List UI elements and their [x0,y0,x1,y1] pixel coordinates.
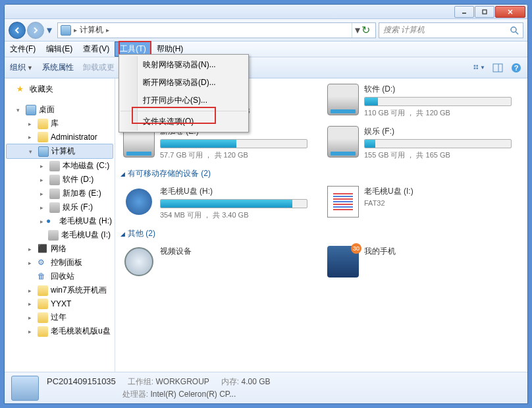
drive-item-d[interactable]: 软件 (D:) 110 GB 可用 ， 共 120 GB [327,84,512,118]
drive-item-i[interactable]: 老毛桃U盘 (I:) FAT32 [327,186,512,220]
item-name: 我的手机 [364,246,512,257]
sidebar-drive-h[interactable]: ▸●老毛桃U盘 (H:) [5,214,115,228]
tools-dropdown: 映射网络驱动器(N)... 断开网络驱动器(D)... 打开同步中心(S)...… [119,54,249,132]
forward-button[interactable] [27,22,44,39]
drive-stats: 57.7 GB 可用 ， 共 120 GB [160,150,307,160]
view-options-icon[interactable]: ▼ [473,62,485,74]
menu-disconnect-network-drive[interactable]: 断开网络驱动器(D)... [120,74,247,92]
svg-rect-1 [483,10,487,14]
svg-rect-7 [476,65,478,67]
toolbar: 组织 ▼ 系统属性 卸载或更 打开控制面板 ▼ ? [5,57,527,78]
menu-file[interactable]: 文件(F) [5,42,41,57]
drive-name: 老毛桃U盘 (H:) [160,186,307,197]
drive-filesystem: FAT32 [364,199,512,207]
breadcrumb-separator: ▸ [106,26,109,34]
other-item-video[interactable]: 视频设备 [123,246,307,277]
sidebar-folder-yyxt[interactable]: ▸YYXT [5,297,115,310]
search-input[interactable]: 搜索 计算机 [379,22,523,38]
sidebar-computer[interactable]: ▾计算机 [6,144,113,159]
drive-icon [327,84,359,115]
maximize-button[interactable] [475,6,494,18]
sidebar-administrator[interactable]: ▸Administrator [5,131,115,144]
status-cpu: Intel(R) Celeron(R) CP... [150,390,236,399]
breadcrumb-root[interactable]: 计算机 [80,24,103,36]
sidebar: ★收藏夹 ▾桌面 ▸库 ▸Administrator ▾计算机 ▸本地磁盘 (C… [5,78,115,372]
sidebar-drive-d[interactable]: ▸软件 (D:) [5,173,115,187]
sidebar-recycle-bin[interactable]: 🗑回收站 [5,270,115,283]
sidebar-network[interactable]: ▸⬛网络 [5,242,115,256]
body-area: ★收藏夹 ▾桌面 ▸库 ▸Administrator ▾计算机 ▸本地磁盘 (C… [5,78,527,372]
status-workgroup: WORKGROUP [156,377,209,386]
section-other[interactable]: ◢其他 (2) [120,228,519,239]
search-icon [510,26,519,35]
nav-history-dropdown[interactable]: ▾ [47,24,55,36]
computer-large-icon [11,376,39,401]
drive-name: 娱乐 (F:) [364,126,512,137]
address-bar[interactable]: ▸ 计算机 ▸ ▾ ↻ [57,22,376,38]
search-placeholder: 搜索 计算机 [383,24,425,36]
menu-folder-options[interactable]: 文件夹选项(O)... [120,113,247,131]
help-icon[interactable]: ? [510,62,522,74]
back-button[interactable] [9,22,26,39]
drive-item-f[interactable]: 娱乐 (F:) 155 GB 可用 ， 共 165 GB [327,126,512,160]
menu-view[interactable]: 查看(V) [78,42,115,57]
drive-stats: 155 GB 可用 ， 共 165 GB [364,150,512,160]
sidebar-drive-e[interactable]: ▸新加卷 (E:) [5,187,115,200]
status-computer-name: PC201409151035 [47,376,116,388]
sidebar-folder-win7[interactable]: ▸win7系统开机画 [5,283,115,297]
section-removable[interactable]: ◢有可移动存储的设备 (2) [120,168,519,179]
sidebar-control-panel[interactable]: ▸⚙控制面板 [5,256,115,270]
camera-icon [123,246,155,277]
svg-rect-8 [474,67,476,69]
sidebar-drive-f[interactable]: ▸娱乐 (F:) [5,200,115,214]
sidebar-folder-lastyear[interactable]: ▸过年 [5,310,115,324]
drive-name: 老毛桃U盘 (I:) [364,186,512,197]
drive-stats: 110 GB 可用 ， 共 120 GB [364,108,512,118]
menu-open-sync-center[interactable]: 打开同步中心(S)... [120,92,247,111]
titlebar [5,5,527,19]
sidebar-libraries[interactable]: ▸库 [5,117,115,131]
status-memory: 4.00 GB [242,377,271,386]
drive-item-h[interactable]: 老毛桃U盘 (H:) 354 MB 可用 ， 共 3.40 GB [123,186,307,220]
statusbar: PC201409151035 工作组: WORKGROUP 内存: 4.00 G… [5,372,527,403]
close-button[interactable] [495,6,525,18]
sidebar-folder-lmt[interactable]: ▸老毛桃装机版u盘 [5,324,115,338]
other-item-phone[interactable]: 我的手机 [327,246,512,277]
drive-stats: 354 MB 可用 ， 共 3.40 GB [160,210,307,220]
sidebar-desktop[interactable]: ▾桌面 [5,103,115,117]
sidebar-favorites[interactable]: ★收藏夹 [5,82,115,96]
preview-pane-icon[interactable] [492,62,504,74]
sidebar-drive-c[interactable]: ▸本地磁盘 (C:) [5,159,115,173]
usb-icon [123,186,155,218]
toolbar-uninstall[interactable]: 卸载或更 [83,62,115,73]
minimize-button[interactable] [454,6,474,18]
sidebar-drive-i[interactable]: 老毛桃U盘 (I:) [5,228,115,242]
toolbar-organize[interactable]: 组织 ▼ [10,62,33,73]
svg-line-5 [516,32,518,34]
menubar: 文件(F) 编辑(E) 查看(V) 工具(T) 帮助(H) [5,42,527,57]
explorer-window: ▾ ▸ 计算机 ▸ ▾ ↻ 搜索 计算机 文件(F) 编辑(E) 查看(V) 工… [4,4,528,404]
menu-edit[interactable]: 编辑(E) [41,42,78,57]
item-name: 视频设备 [160,246,307,257]
phone-icon [327,246,359,277]
svg-rect-10 [493,64,502,72]
svg-point-4 [511,27,516,32]
menu-map-network-drive[interactable]: 映射网络驱动器(N)... [120,56,247,74]
svg-text:?: ? [514,64,519,72]
svg-rect-9 [476,67,478,69]
navbar: ▾ ▸ 计算机 ▸ ▾ ↻ 搜索 计算机 [5,19,527,42]
refresh-icon[interactable]: ↻ [361,24,370,36]
breadcrumb-separator: ▸ [74,26,77,34]
svg-rect-6 [474,65,476,67]
document-icon [327,186,359,218]
toolbar-system-properties[interactable]: 系统属性 [42,62,74,73]
drive-icon [327,126,359,158]
computer-icon [61,25,71,36]
drive-name: 软件 (D:) [364,84,512,95]
dropdown-icon[interactable]: ▾ [355,24,360,36]
